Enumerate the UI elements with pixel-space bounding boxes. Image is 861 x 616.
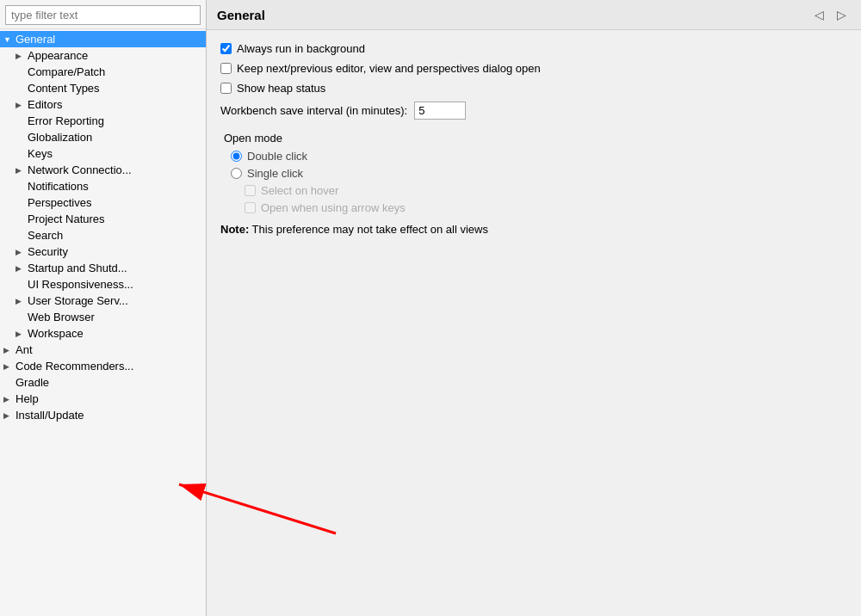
tree-label-perspectives: Perspectives: [28, 196, 202, 209]
back-button[interactable]: ◁: [809, 5, 828, 24]
pref-row-show-heap-status: Show heap status: [220, 82, 847, 95]
tree-label-gradle: Gradle: [15, 376, 202, 389]
tree-label-network-connections: Network Connectio...: [28, 163, 202, 176]
tree-label-error-reporting: Error Reporting: [28, 114, 202, 127]
tree-label-workspace: Workspace: [28, 327, 202, 340]
open-mode-option-double-click[interactable]: Double click: [231, 150, 847, 163]
tree-item-general[interactable]: ▼General: [0, 31, 206, 47]
checkbox-label-show-heap-status[interactable]: Show heap status: [220, 82, 325, 95]
tree-item-user-storage-serv[interactable]: ▶User Storage Serv...: [0, 293, 206, 309]
tree-item-compare-patch[interactable]: Compare/Patch: [0, 64, 206, 80]
open-mode-label: Open mode: [224, 132, 847, 145]
radio-label-double-click: Double click: [247, 150, 307, 163]
radio-label-single-click: Single click: [247, 167, 303, 180]
checkbox-label-always-run-bg[interactable]: Always run in background: [220, 42, 365, 55]
tree-label-search: Search: [28, 229, 202, 242]
tree-item-ant[interactable]: ▶Ant: [0, 342, 206, 358]
pref-row-always-run-bg: Always run in background: [220, 42, 847, 55]
forward-button[interactable]: ▷: [832, 5, 851, 24]
tree-arrow-general: ▼: [3, 35, 15, 44]
right-panel: General ◁ ▷ Always run in backgroundKeep…: [207, 0, 861, 616]
right-body: Always run in backgroundKeep next/previo…: [207, 30, 861, 616]
tree-item-network-connections[interactable]: ▶Network Connectio...: [0, 162, 206, 178]
tree-arrow-code-recommenders: ▶: [3, 362, 15, 371]
tree-arrow-workspace: ▶: [15, 330, 28, 338]
tree-item-workspace[interactable]: ▶Workspace: [0, 325, 206, 342]
filter-wrap: [0, 0, 206, 29]
tree-item-install-update[interactable]: ▶Install/Update: [0, 407, 206, 423]
tree-item-startup-shutdown[interactable]: ▶Startup and Shutd...: [0, 260, 206, 276]
tree-label-content-types: Content Types: [28, 82, 202, 95]
radio-double-click[interactable]: [231, 151, 242, 162]
tree-arrow-editors: ▶: [15, 101, 28, 109]
tree-label-general: General: [15, 33, 202, 46]
tree-item-help[interactable]: ▶Help: [0, 391, 206, 407]
tree-label-project-natures: Project Natures: [28, 213, 202, 225]
checkbox-text-keep-next-prev: Keep next/previous editor, view and pers…: [237, 62, 541, 75]
checkbox-select-on-hover: [245, 185, 256, 196]
checkbox-show-heap-status[interactable]: [220, 83, 232, 94]
workbench-save-row: Workbench save interval (in minutes):: [220, 102, 847, 120]
tree-label-notifications: Notifications: [28, 180, 202, 193]
tree-item-content-types[interactable]: Content Types: [0, 80, 206, 96]
radio-single-click[interactable]: [231, 168, 242, 179]
filter-input[interactable]: [5, 5, 201, 25]
tree-item-keys[interactable]: Keys: [0, 145, 206, 162]
tree-label-install-update: Install/Update: [15, 409, 202, 422]
checkbox-label-keep-next-prev[interactable]: Keep next/previous editor, view and pers…: [220, 62, 541, 75]
open-mode-option-single-click[interactable]: Single click: [231, 167, 847, 180]
tree-label-help: Help: [15, 392, 202, 405]
left-panel: ▼General▶AppearanceCompare/PatchContent …: [0, 0, 207, 616]
tree-label-appearance: Appearance: [28, 49, 202, 62]
tree-arrow-install-update: ▶: [3, 411, 15, 420]
tree-item-project-natures[interactable]: Project Natures: [0, 211, 206, 227]
tree-item-ui-responsiveness[interactable]: UI Responsiveness...: [0, 276, 206, 293]
tree-item-web-browser[interactable]: Web Browser: [0, 309, 206, 325]
tree-item-appearance[interactable]: ▶Appearance: [0, 47, 206, 64]
tree-item-editors[interactable]: ▶Editors: [0, 96, 206, 113]
suboption-label-select-on-hover: Select on hover: [261, 184, 338, 197]
checkbox-text-show-heap-status: Show heap status: [237, 82, 325, 95]
tree-arrow-user-storage-serv: ▶: [15, 297, 28, 305]
open-mode-suboption-select-on-hover: Select on hover: [245, 184, 847, 197]
tree-label-code-recommenders: Code Recommenders...: [15, 360, 202, 373]
open-mode-section: Open modeDouble clickSingle clickSelect …: [224, 132, 847, 214]
checkbox-keep-next-prev[interactable]: [220, 63, 232, 74]
nav-icons: ◁ ▷: [809, 5, 851, 24]
tree-arrow-security: ▶: [15, 248, 28, 256]
tree-item-code-recommenders[interactable]: ▶Code Recommenders...: [0, 358, 206, 374]
note-row: Note: This preference may not take effec…: [220, 223, 847, 236]
checkbox-always-run-bg[interactable]: [220, 43, 232, 54]
tree-item-search[interactable]: Search: [0, 227, 206, 243]
tree-item-error-reporting[interactable]: Error Reporting: [0, 113, 206, 129]
tree-arrow-appearance: ▶: [15, 52, 28, 60]
workbench-save-label: Workbench save interval (in minutes):: [220, 104, 407, 117]
tree-label-editors: Editors: [28, 98, 202, 111]
tree-label-startup-shutdown: Startup and Shutd...: [28, 262, 202, 274]
tree-item-perspectives[interactable]: Perspectives: [0, 194, 206, 211]
tree-arrow-startup-shutdown: ▶: [15, 264, 28, 273]
tree-label-globalization: Globalization: [28, 131, 202, 144]
checkbox-open-arrow-keys: [245, 202, 256, 213]
pref-row-keep-next-prev: Keep next/previous editor, view and pers…: [220, 62, 847, 75]
tree-item-gradle[interactable]: Gradle: [0, 374, 206, 391]
tree-item-security[interactable]: ▶Security: [0, 243, 206, 260]
suboption-label-open-arrow-keys: Open when using arrow keys: [261, 201, 406, 214]
checkbox-text-always-run-bg: Always run in background: [237, 42, 365, 55]
tree-container: ▼General▶AppearanceCompare/PatchContent …: [0, 29, 206, 616]
tree-item-notifications[interactable]: Notifications: [0, 178, 206, 194]
note-label: Note:: [220, 223, 249, 236]
open-mode-suboption-open-arrow-keys: Open when using arrow keys: [245, 201, 847, 214]
page-title: General: [217, 8, 265, 22]
tree-label-user-storage-serv: User Storage Serv...: [28, 294, 202, 307]
tree-label-ui-responsiveness: UI Responsiveness...: [28, 278, 202, 291]
tree-label-web-browser: Web Browser: [28, 311, 202, 323]
tree-arrow-network-connections: ▶: [15, 166, 28, 175]
tree-arrow-help: ▶: [3, 395, 15, 403]
tree-item-globalization[interactable]: Globalization: [0, 129, 206, 145]
tree-label-compare-patch: Compare/Patch: [28, 65, 202, 78]
tree-arrow-ant: ▶: [3, 346, 15, 354]
right-header: General ◁ ▷: [207, 0, 861, 30]
workbench-save-input[interactable]: [414, 102, 466, 120]
tree-label-security: Security: [28, 245, 202, 258]
